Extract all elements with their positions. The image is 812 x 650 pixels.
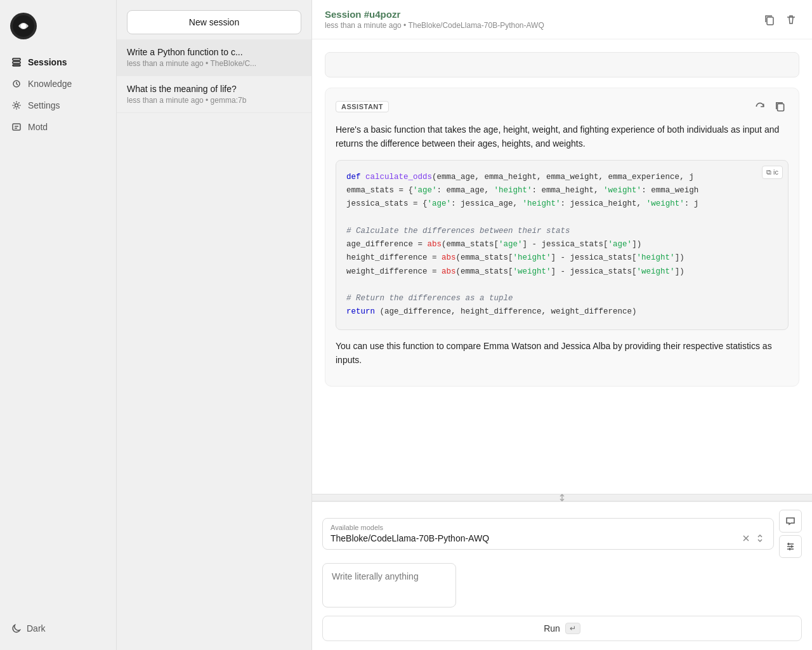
chat-mode-button[interactable] [779, 510, 802, 533]
sidebar-item-settings[interactable]: Settings [5, 95, 111, 116]
chat-session-title: Session #u4pozr [325, 9, 544, 20]
sidebar-item-motd[interactable]: Motd [5, 117, 111, 137]
chat-header: Session #u4pozr less than a minute ago •… [312, 0, 812, 39]
chevron-updown-icon [756, 534, 764, 543]
delete-session-button[interactable] [783, 11, 799, 28]
resize-handle[interactable] [312, 494, 812, 501]
code-line-5: # Calculate the differences between thei… [346, 225, 778, 238]
input-side-buttons [779, 510, 802, 558]
assistant-badge: ASSISTANT [336, 101, 389, 112]
bottom-panel: Available models TheBloke/CodeLlama-70B-… [312, 501, 812, 650]
settings-icon [11, 100, 22, 110]
sliders-icon [785, 541, 796, 552]
session-item[interactable]: Write a Python function to c... less tha… [117, 39, 311, 76]
run-button[interactable]: Run ↵ [322, 616, 802, 641]
assistant-message: ASSISTANT Her [325, 88, 799, 387]
chat-input[interactable] [322, 563, 456, 607]
run-btn-row: Run ↵ [322, 616, 802, 641]
code-line-11: return (age_difference, height_differenc… [346, 305, 778, 319]
code-line-6: age_difference = abs(emma_stats['age'] -… [346, 238, 778, 251]
chat-session-meta: less than a minute ago • TheBloke/CodeLl… [325, 21, 544, 30]
message-actions [752, 98, 789, 115]
assistant-label-row: ASSISTANT [336, 98, 789, 115]
code-copy-button[interactable]: ⧉ ic [762, 166, 783, 179]
sidebar: Sessions Knowledge Settings Motd [0, 0, 116, 650]
app-logo [10, 13, 37, 39]
svg-point-1 [21, 23, 26, 29]
dark-mode-toggle[interactable]: Dark [10, 620, 106, 637]
new-session-button[interactable]: New session [127, 10, 301, 34]
moon-icon [11, 623, 22, 633]
clear-icon [742, 534, 750, 543]
code-line-7: height_difference = abs(emma_stats['heig… [346, 251, 778, 265]
trash-icon [785, 14, 797, 25]
chat-header-info: Session #u4pozr less than a minute ago •… [325, 9, 544, 30]
model-clear-button[interactable] [740, 533, 752, 544]
session-meta: less than a minute ago • gemma:7b [127, 96, 301, 105]
regenerate-icon [754, 101, 766, 112]
copy-session-button[interactable] [761, 11, 778, 28]
sidebar-bottom: Dark [0, 614, 116, 642]
code-line-blank2 [346, 279, 778, 292]
motd-icon [11, 122, 22, 132]
code-line-10: # Return the differences as a tuple [346, 292, 778, 305]
sidebar-item-knowledge[interactable]: Knowledge [5, 74, 111, 94]
copy-message-button[interactable] [772, 98, 789, 115]
model-value: TheBloke/CodeLlama-70B-Python-AWQ [331, 533, 489, 543]
code-line-2: emma_stats = {'age': emma_age, 'height':… [346, 184, 778, 197]
session-title: What is the meaning of life? [127, 84, 301, 94]
svg-rect-4 [13, 65, 20, 66]
session-list: Write a Python function to c... less tha… [117, 39, 311, 650]
session-meta: less than a minute ago • TheBloke/C... [127, 59, 301, 68]
code-line-8: weight_difference = abs(emma_stats['weig… [346, 265, 778, 279]
session-title: Write a Python function to c... [127, 47, 301, 57]
sessions-panel: New session Write a Python function to c… [116, 0, 311, 650]
main-content: Session #u4pozr less than a minute ago •… [311, 0, 812, 650]
sidebar-nav: Sessions Knowledge Settings Motd [0, 52, 116, 614]
svg-rect-8 [767, 17, 773, 25]
enter-badge: ↵ [565, 623, 580, 634]
resize-icon [557, 494, 567, 501]
code-line-3: jessica_stats = {'age': jessica_age, 'he… [346, 197, 778, 211]
chat-area: ASSISTANT Her [312, 39, 812, 494]
chat-header-actions [761, 11, 799, 28]
assistant-text-outro: You can use this function to compare Emm… [336, 339, 789, 368]
sidebar-item-sessions[interactable]: Sessions [5, 52, 111, 72]
assistant-text-intro: Here's a basic function that takes the a… [336, 123, 789, 151]
copy-message-icon [775, 101, 786, 112]
svg-rect-3 [13, 62, 20, 63]
svg-rect-2 [13, 58, 20, 60]
user-message [325, 52, 799, 77]
settings-mode-button[interactable] [779, 535, 802, 558]
code-block: ⧉ ic def calculate_odds(emma_age, emma_h… [336, 160, 789, 330]
logo-area [0, 8, 116, 52]
code-line-blank1 [346, 211, 778, 225]
copy-icon [764, 14, 775, 25]
model-label: Available models [331, 524, 766, 531]
sessions-icon [11, 57, 22, 67]
model-selector: Available models TheBloke/CodeLlama-70B-… [322, 518, 774, 550]
chat-icon [785, 516, 796, 526]
svg-rect-9 [778, 104, 784, 111]
model-selector-row: Available models TheBloke/CodeLlama-70B-… [322, 510, 802, 558]
regenerate-button[interactable] [752, 98, 768, 115]
code-line-1: def calculate_odds(emma_age, emma_height… [346, 171, 778, 184]
model-expand-button[interactable] [754, 533, 766, 544]
knowledge-icon [11, 79, 22, 89]
session-item[interactable]: What is the meaning of life? less than a… [117, 76, 311, 113]
svg-rect-7 [13, 124, 20, 130]
svg-point-6 [15, 104, 18, 107]
